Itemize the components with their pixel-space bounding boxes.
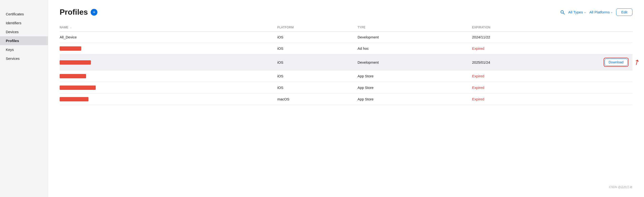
table-row: All_Device iOS Development 2024/11/22 [60,32,632,43]
svg-point-0 [561,10,564,13]
redacted-name-bar [60,46,81,51]
page-title: Profiles [60,8,88,16]
column-header-platform: PLATFORM [277,23,357,32]
profile-platform: iOS [277,54,357,70]
table-row: macOS App Store Expired [60,93,632,105]
profiles-table: NAME ↓ PLATFORM TYPE EXPIRATION [60,23,632,105]
download-button[interactable]: Download [604,59,628,66]
profile-expiration: Expired [472,93,586,105]
profile-platform: macOS [277,93,357,105]
profile-name [60,82,277,93]
table-row: iOS Development 2025/01/24 Download ↗ [60,54,632,70]
profile-name [60,43,277,54]
profile-expiration: 2025/01/24 [472,54,586,70]
profile-platform: iOS [277,70,357,82]
search-button[interactable] [560,10,565,15]
header-right: All Types ⌄ All Platforms ⌄ Edit [560,8,632,16]
column-header-name: NAME ↓ [60,23,277,32]
search-icon [560,10,565,15]
sidebar-item-keys[interactable]: Keys [0,45,48,54]
table-row: iOS App Store Expired [60,82,632,93]
profile-platform: iOS [277,43,357,54]
column-header-action [586,23,632,32]
sort-arrow-icon: ↓ [70,26,72,29]
redacted-name-bar [60,97,88,101]
redacted-name-bar [60,86,96,90]
download-highlight-box: Download [604,58,628,67]
filter-platforms-dropdown[interactable]: All Platforms ⌄ [590,10,613,14]
profile-type: App Store [358,82,472,93]
chevron-down-icon: ⌄ [584,10,586,14]
profile-action [586,93,632,105]
header-row: Profiles + All Types ⌄ All Platforms [60,8,632,16]
profile-action [586,32,632,43]
profile-platform: iOS [277,32,357,43]
profile-name [60,93,277,105]
profile-action [586,82,632,93]
filter-types-dropdown[interactable]: All Types ⌄ [568,10,586,14]
profile-type: App Store [358,70,472,82]
edit-button[interactable]: Edit [616,8,632,16]
table-row: iOS App Store Expired [60,70,632,82]
main-content: Profiles + All Types ⌄ All Platforms [48,0,644,197]
redacted-name-bar [60,74,86,78]
profile-type: Development [358,54,472,70]
profile-action [586,70,632,82]
redacted-name-bar [60,60,91,65]
profile-type: Ad hoc [358,43,472,54]
svg-line-1 [563,13,564,14]
table-row: iOS Ad hoc Expired [60,43,632,54]
sidebar-item-services[interactable]: Services [0,54,48,63]
profile-action [586,43,632,54]
chevron-down-icon: ⌄ [610,10,613,14]
footer: CSDN @晶煦王者 [60,180,632,189]
profile-expiration: Expired [472,82,586,93]
profile-action: Download ↗ [586,54,632,70]
profile-type: App Store [358,93,472,105]
profile-expiration: Expired [472,43,586,54]
sidebar-item-certificates[interactable]: Certificates [0,9,48,18]
sidebar-item-profiles[interactable]: Profiles [0,36,48,45]
sidebar-item-identifiers[interactable]: Identifiers [0,18,48,27]
profile-type: Development [358,32,472,43]
profile-expiration: Expired [472,70,586,82]
annotation-arrow: ↗ [632,57,641,67]
table-header-row: NAME ↓ PLATFORM TYPE EXPIRATION [60,23,632,32]
add-profile-button[interactable]: + [91,9,98,16]
sidebar-item-devices[interactable]: Devices [0,27,48,36]
profile-platform: iOS [277,82,357,93]
column-header-expiration: EXPIRATION [472,23,586,32]
column-header-type: TYPE [358,23,472,32]
profile-expiration: 2024/11/22 [472,32,586,43]
profile-name: All_Device [60,32,277,43]
profile-name [60,70,277,82]
profile-name [60,54,277,70]
sidebar: Certificates Identifiers Devices Profile… [0,0,48,197]
header-left: Profiles + [60,8,98,16]
